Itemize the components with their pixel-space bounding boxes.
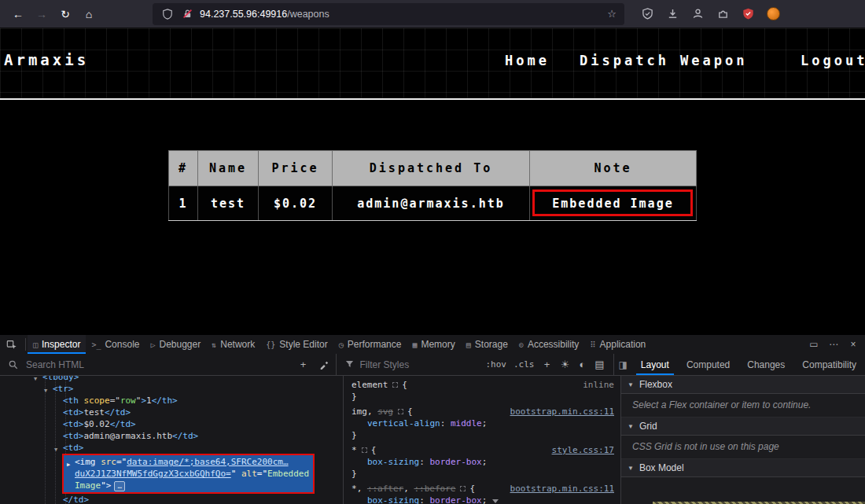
rule-source-link[interactable]: bootstrap.min.css:11 [510,406,614,418]
sidebar-tab-compatibility[interactable]: Compatibility [793,354,865,375]
section-header-box-model[interactable]: ▼Box Model [621,459,865,477]
back-icon[interactable]: ← [8,4,28,24]
rule-source-link: inline [583,379,614,391]
rules-pane: inlineelement{}bootstrap.min.css:11img, … [344,376,621,504]
devtools-panel: ◫Inspector>_Console▷Debugger⇅Network{}St… [0,334,865,504]
markup-tree: ▼<tbody>▼<tr><th scope="row">1</th><td>t… [0,376,343,504]
section-header-flexbox[interactable]: ▼Flexbox [621,376,865,394]
markup-line[interactable]: ▼<td> [0,442,343,454]
selector-highlighter-icon[interactable] [398,409,403,414]
devtools-tab-debugger[interactable]: ▷Debugger [145,335,206,354]
code-token: data:image/*;base64,SFRCe200cm… [127,457,288,467]
property-value: border-box [429,457,481,467]
firefox-window: ←→↻⌂ 94.237.55.96:49916/weapons ☆ [0,0,865,504]
expand-badge[interactable]: … [114,481,124,491]
section-header-grid[interactable]: ▼Grid [621,418,865,436]
rule-source-link[interactable]: style.css:17 [552,444,614,456]
bookmark-star-icon[interactable]: ☆ [607,8,617,20]
browser-nav-buttons: ←→↻⌂ [8,4,99,24]
browser-toolbar: ←→↻⌂ 94.237.55.96:49916/weapons ☆ [0,0,865,28]
overridden-filter-icon[interactable] [492,499,499,503]
nav-link-home[interactable]: Home [505,53,550,68]
devtools-tab-inspector[interactable]: ◫Inspector [28,335,86,354]
browser-extension-icons [640,7,780,21]
insecure-lock-icon[interactable] [180,7,194,21]
light-scheme-icon[interactable]: ☀ [558,357,573,373]
devtools-tab-performance[interactable]: ◷Performance [333,335,407,354]
inspector-icon: ◫ [33,340,38,349]
code-token: test [84,407,105,418]
devtools-tab-memory[interactable]: ▦Memory [407,335,460,354]
reload-icon[interactable]: ↻ [55,4,75,24]
pseudo-button--hov[interactable]: :hov [484,358,510,371]
open-brace: { [402,380,407,390]
devtools-tab-console[interactable]: >_Console [86,335,145,354]
twisty-closed-icon[interactable]: ▶ [67,459,70,471]
devtools-tab-style-editor[interactable]: {}Style Editor [260,335,333,354]
print-media-icon[interactable]: ▤ [592,357,608,373]
rule-header: style.css:17*{ [352,444,620,456]
devtools-tab-application[interactable]: ⠿Application [584,335,651,354]
css-declaration[interactable]: box-sizing: border-box; [352,456,620,468]
style-editor-icon: {} [266,340,275,349]
code-token: 1 [146,395,152,406]
markup-line[interactable]: <td>$0.02</td> [0,418,343,430]
sidebar-pane-icon[interactable]: ◨ [614,354,632,375]
markup-line[interactable]: <td>test</td> [0,407,343,418]
nav-link-logout[interactable]: Logout [801,53,865,68]
create-node-button[interactable]: + [296,357,311,373]
responsive-design-icon[interactable]: ▭ [805,336,823,353]
css-rule: inlineelement{} [352,379,620,403]
devtools-tabs: ◫Inspector>_Console▷Debugger⇅Network{}St… [28,335,651,354]
filter-styles-input[interactable] [360,359,481,370]
css-declaration[interactable]: box-sizing: border-box; [352,495,620,504]
selector-highlighter-icon[interactable] [460,486,466,491]
dark-scheme-icon[interactable]: ◐ [575,357,591,373]
pseudo-button--cls[interactable]: .cls [511,358,537,371]
url-bar[interactable]: 94.237.55.96:49916/weapons ☆ [153,3,624,25]
selector-highlighter-icon[interactable] [392,382,398,388]
code-token: $0.02 [84,419,110,429]
col-header--: # [169,151,198,186]
extension-shield-icon[interactable] [640,7,654,21]
devtools-tab-storage[interactable]: ▤Storage [461,335,513,354]
code-token: <td> [63,443,84,453]
markup-line[interactable]: </td> [0,494,343,504]
home-icon[interactable]: ⌂ [79,4,99,24]
add-rule-button[interactable]: + [539,357,555,373]
css-rule: bootstrap.min.css:11img, svg{vertical-al… [352,406,620,441]
rule-selector: , [367,407,377,417]
twisty-open-icon[interactable]: ▼ [54,444,57,456]
extensions-puzzle-icon[interactable] [716,7,730,21]
nav-link-dispatch-weapon[interactable]: Dispatch Weapon [580,53,748,68]
node-picker-icon[interactable] [0,335,24,354]
selector-highlighter-icon[interactable] [362,447,367,453]
rule-source-link[interactable]: bootstrap.min.css:11 [510,483,614,495]
account-icon[interactable] [690,7,705,21]
markup-line[interactable]: <td>admin@armaxis.htb</td> [0,430,343,442]
markup-line[interactable]: <th scope="row">1</th> [0,395,343,407]
burp-suite-icon[interactable] [766,7,780,21]
search-html-input[interactable] [26,359,291,370]
devtools-tab-network[interactable]: ⇅Network [206,335,260,354]
markup-line[interactable]: ▼<tbody> [0,376,343,383]
css-declaration[interactable]: vertical-align: middle; [352,418,620,429]
sidebar-tab-changes[interactable]: Changes [738,354,793,375]
col-header-dispatched-to: Dispatched To [333,151,530,186]
url-host: 94.237.55.96:49916 [200,9,287,20]
devtools-tab-accessibility[interactable]: ⊙Accessibility [513,335,584,354]
sidebar-tab-layout[interactable]: Layout [632,354,678,375]
ublock-origin-icon[interactable] [741,7,755,21]
selected-node-img[interactable]: ▶<img src="data:image/*;base64,SFRCe200c… [62,454,315,494]
meatball-menu-icon[interactable]: ⋯ [825,336,842,353]
markup-line[interactable]: ▼<tr> [0,383,343,395]
eyedropper-icon[interactable] [316,357,332,373]
property-value: border-box [429,495,481,504]
close-devtools-icon[interactable]: × [845,336,862,353]
download-icon[interactable] [665,7,679,21]
tracking-shield-icon[interactable] [160,7,175,21]
sidebar-tab-computed[interactable]: Computed [678,354,738,375]
chevron-down-icon: ▼ [628,423,634,430]
devtools-tabbar-right: ▭⋯× [805,335,865,354]
forward-icon[interactable]: → [31,4,52,24]
